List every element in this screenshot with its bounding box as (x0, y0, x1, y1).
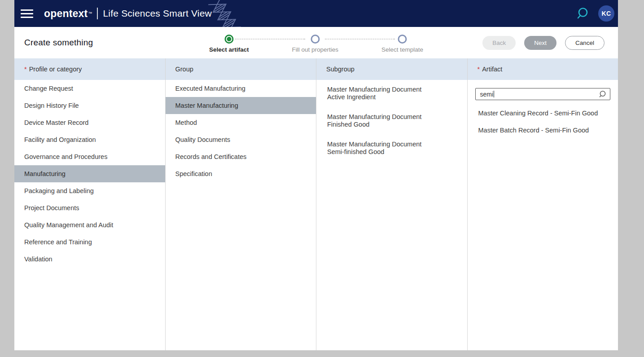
artifact-search-input[interactable]: semi (475, 88, 611, 100)
group-item[interactable]: Master Manufacturing (166, 97, 316, 114)
text-caret (494, 91, 494, 97)
subgroup-item[interactable]: Master Manufacturing Document Active Ing… (316, 80, 433, 107)
group-item[interactable]: Method (166, 114, 316, 131)
required-asterisk: * (478, 66, 480, 73)
subgroup-list: Master Manufacturing Document Active Ing… (316, 80, 467, 350)
step-select-template: Select template (381, 35, 423, 53)
profile-category-item[interactable]: Project Documents (14, 199, 165, 216)
artifact-result-item[interactable]: Master Batch Record - Semi-Fin Good (475, 122, 611, 139)
group-item[interactable]: Specification (166, 165, 316, 182)
step-circle-active-icon (224, 35, 233, 44)
step-fill-out-properties: Fill out properties (292, 35, 338, 53)
menu-bar (21, 13, 33, 14)
brand-logo: opentext™ Life Sciences Smart View (44, 8, 212, 20)
artifact-results-list: Master Cleaning Record - Semi-Fin GoodMa… (475, 105, 611, 139)
brand-name: opentext (44, 8, 88, 20)
column-header-artifact: * Artifact (468, 58, 618, 80)
group-item[interactable]: Quality Documents (166, 131, 316, 148)
next-button[interactable]: Next (524, 36, 556, 50)
column-header-label: Subgroup (326, 66, 355, 73)
step-label: Select template (381, 46, 423, 53)
subgroup-item[interactable]: Master Manufacturing Document Finished G… (316, 107, 433, 135)
profile-category-item[interactable]: Change Request (14, 80, 165, 97)
trademark-symbol: ™ (88, 11, 92, 16)
column-header-group: Group (166, 58, 316, 80)
column-group: Group Executed ManufacturingMaster Manuf… (166, 58, 317, 350)
column-header-label: Profile or category (29, 66, 82, 73)
step-select-artifact: Select artifact (209, 35, 249, 53)
profile-category-item[interactable]: Validation (14, 251, 165, 268)
column-header-label: Group (175, 66, 193, 73)
menu-icon[interactable] (21, 7, 33, 20)
subgroup-item[interactable]: Master Manufacturing Document Semi-finis… (316, 135, 433, 162)
logo-divider (97, 8, 98, 19)
menu-bar (21, 17, 33, 18)
profile-category-item[interactable]: Quality Management and Audit (14, 216, 165, 234)
profile-category-item[interactable]: Packaging and Labeling (14, 182, 165, 199)
selection-columns: * Profile or category Change RequestDesi… (14, 58, 618, 350)
step-label: Fill out properties (292, 46, 338, 53)
search-icon[interactable] (575, 5, 592, 22)
group-item[interactable]: Executed Manufacturing (166, 80, 316, 97)
page-background: opentext™ Life Sciences Smart View (0, 0, 644, 357)
cancel-button[interactable]: Cancel (565, 36, 605, 50)
back-button[interactable]: Back (482, 36, 516, 50)
stepper: Select artifact Fill out properties Sele… (209, 35, 423, 53)
column-header-subgroup: Subgroup (316, 58, 467, 80)
profile-category-item[interactable]: Governance and Procedures (14, 148, 165, 165)
topbar: opentext™ Life Sciences Smart View (14, 0, 618, 27)
column-subgroup: Subgroup Master Manufacturing Document A… (316, 58, 468, 350)
app-title: Life Sciences Smart View (103, 8, 212, 19)
profile-category-item[interactable]: Reference and Training (14, 234, 165, 251)
column-artifact: * Artifact semi Master Cl (468, 58, 618, 350)
topbar-right: KC (575, 0, 614, 27)
step-circle-icon (398, 35, 407, 44)
avatar[interactable]: KC (598, 5, 614, 22)
column-header-label: Artifact (482, 66, 502, 73)
page-title: Create something (24, 38, 93, 48)
profile-category-item[interactable]: Facility and Organization (14, 131, 165, 148)
step-circle-icon (311, 35, 320, 44)
column-header-profile: * Profile or category (14, 58, 165, 80)
profile-list: Change RequestDesign History FileDevice … (14, 80, 165, 350)
required-asterisk: * (24, 66, 27, 73)
artifact-search-value: semi (480, 91, 494, 98)
artifact-body: semi Master Cleaning Record - Semi-Fin G… (468, 80, 618, 350)
artifact-result-item[interactable]: Master Cleaning Record - Semi-Fin Good (475, 105, 611, 122)
profile-category-item[interactable]: Manufacturing (14, 165, 165, 182)
column-profile-or-category: * Profile or category Change RequestDesi… (14, 58, 166, 350)
search-field-icon (599, 90, 607, 98)
profile-category-item[interactable]: Device Master Record (14, 114, 165, 131)
menu-bar (21, 9, 33, 11)
group-item[interactable]: Records and Certificates (166, 148, 316, 165)
app-window: opentext™ Life Sciences Smart View (14, 0, 618, 350)
wizard-header: Create something Select artifact Fill ou… (14, 27, 618, 58)
profile-category-item[interactable]: Design History File (14, 97, 165, 114)
step-label: Select artifact (209, 46, 249, 53)
group-list: Executed ManufacturingMaster Manufacturi… (166, 80, 316, 350)
wizard-actions: Back Next Cancel (482, 36, 605, 50)
